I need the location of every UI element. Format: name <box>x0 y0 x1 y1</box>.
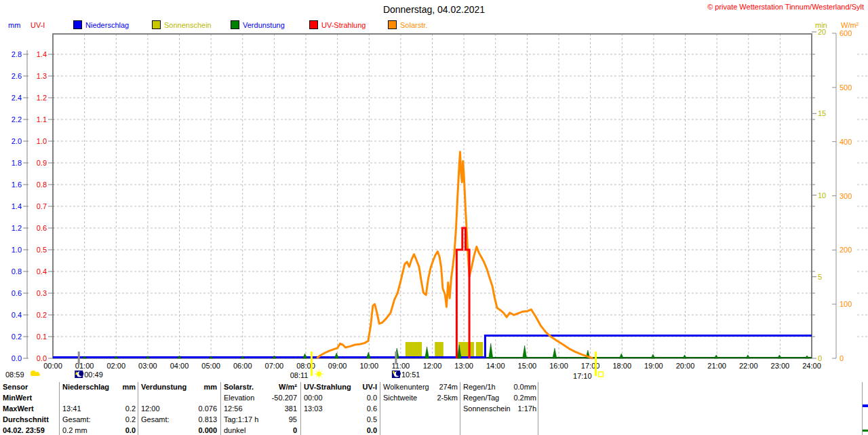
hour-label: 13:00 <box>454 362 473 370</box>
mm-axis-label: 0.2 <box>12 333 22 341</box>
stats-panel: SensorMinWertMaxWertDurchschnitt04.02. 2… <box>0 381 868 435</box>
solar-curve <box>317 152 593 358</box>
mm-axis-label: 1.4 <box>12 202 22 210</box>
hour-label: 12:00 <box>423 362 442 370</box>
hour-label: 10:00 <box>359 362 378 370</box>
hour-label: 11:00 <box>392 362 410 370</box>
stat-name: Tag:1:17 h <box>224 415 258 424</box>
min-axis-label: 20 <box>818 28 826 36</box>
column-unit: mm <box>122 383 136 392</box>
wm2-axis-label: 100 <box>840 300 852 308</box>
hour-label: 04:00 <box>170 362 189 370</box>
table-divider <box>538 382 538 435</box>
plot-border <box>53 34 812 358</box>
info-name: Sonnenschein <box>463 404 511 413</box>
moon-icon-shadow <box>79 371 83 376</box>
hour-label: 05:00 <box>201 362 220 370</box>
wm2-axis-label: 400 <box>840 138 852 146</box>
sunshine-bar <box>406 342 422 358</box>
uv-axis-label: 0.9 <box>37 159 47 167</box>
info-name: Regen/Tag <box>463 394 499 402</box>
uv-axis-label: 0.6 <box>37 224 47 232</box>
info-name: Wolkenunterg <box>383 383 429 392</box>
mm-axis-label: 0.8 <box>12 267 22 276</box>
hour-label: 07:00 <box>265 362 284 370</box>
stat-value: 0.5 <box>367 415 377 424</box>
sunrise-icon-ray <box>321 376 322 377</box>
sunset-time: 17:10 <box>573 372 592 380</box>
evaporation-spike <box>651 354 655 358</box>
evaporation-spike <box>619 354 623 358</box>
wm2-axis-label: 300 <box>840 192 852 200</box>
uv-axis-label: 0.5 <box>37 246 47 254</box>
uv-axis-label: 0.1 <box>37 333 47 341</box>
sunrise-icon <box>317 372 321 377</box>
min-axis-label: 5 <box>818 273 822 281</box>
info-value: 274m <box>439 383 458 392</box>
cloud-icon <box>31 373 40 376</box>
table-divider <box>862 382 863 435</box>
evaporation-spike <box>714 355 718 358</box>
uv-axis-label: 1.1 <box>37 115 47 124</box>
evaporation-spike <box>366 352 370 358</box>
wm2-axis-label: 600 <box>840 29 852 37</box>
mm-axis-label: 1.0 <box>12 246 22 254</box>
mm-axis-label: 2.2 <box>12 115 22 124</box>
stat-value: 0.0 <box>367 426 377 435</box>
hour-label: 17:00 <box>581 362 600 370</box>
stat-value: 0.2 <box>125 404 136 413</box>
table-divider <box>380 382 380 435</box>
hour-label: 03:00 <box>138 362 157 370</box>
sunset-icon <box>599 372 604 377</box>
moonset-time: 10:51 <box>401 371 420 379</box>
hour-label: 18:00 <box>612 362 631 370</box>
row-label: Durchschnitt <box>3 415 49 424</box>
evaporation-spike <box>334 353 338 358</box>
stat-value: 0.813 <box>198 415 217 424</box>
uv-axis-label: 0.7 <box>37 202 47 210</box>
column-unit: mm <box>203 383 217 392</box>
hour-label: 20:00 <box>676 362 695 370</box>
hour-label: 23:00 <box>771 362 790 370</box>
info-value: 0.2mm <box>513 394 536 402</box>
table-divider <box>138 382 138 435</box>
uv-axis-label: 1.3 <box>37 72 47 80</box>
mm-axis-label: 0.6 <box>12 289 22 297</box>
hour-label: 19:00 <box>644 362 663 370</box>
stat-name: Gesamt: <box>62 415 91 424</box>
wm2-axis-label: 500 <box>840 83 852 92</box>
edge-series-mark <box>863 430 868 432</box>
hour-label: 14:00 <box>486 362 505 370</box>
rain-line <box>53 336 812 358</box>
stat-name: Gesamt: <box>141 415 170 424</box>
stat-value: 0.076 <box>198 404 217 413</box>
row-label: MaxWert <box>3 404 34 413</box>
mm-axis-label: 2.4 <box>12 94 22 102</box>
sunrise-icon-ray <box>321 371 322 372</box>
uv-axis-label: 1.4 <box>37 50 47 58</box>
table-divider <box>220 382 221 435</box>
stat-name: 0.2 mm <box>62 426 87 435</box>
evaporation-spike <box>303 354 307 358</box>
stat-value: 381 <box>285 404 297 413</box>
column-unit: W/m² <box>279 383 297 392</box>
stat-name: 13:03 <box>304 404 323 413</box>
column-title: Solarstr. <box>224 383 254 392</box>
hour-label: 15:00 <box>518 362 537 370</box>
evaporation-spike <box>425 347 429 358</box>
sunrise-time: 08:11 <box>290 371 309 379</box>
table-divider <box>300 382 301 435</box>
mm-axis-label: 1.8 <box>12 159 22 167</box>
stat-name: 00:00 <box>304 394 323 402</box>
min-axis-label: 15 <box>818 109 826 117</box>
uv-axis-label: 0.2 <box>37 311 47 319</box>
row-label: Sensor <box>3 383 28 392</box>
uv-axis-label: 1.2 <box>37 94 47 102</box>
sunshine-bar <box>435 342 443 358</box>
stat-value: 95 <box>289 415 297 424</box>
column-title: Niederschlag <box>62 383 109 392</box>
stat-name: 12:00 <box>141 404 160 413</box>
row-label: 04.02. 23:59 <box>3 426 45 435</box>
table-divider <box>59 382 60 435</box>
hour-label: 02:00 <box>106 362 125 370</box>
